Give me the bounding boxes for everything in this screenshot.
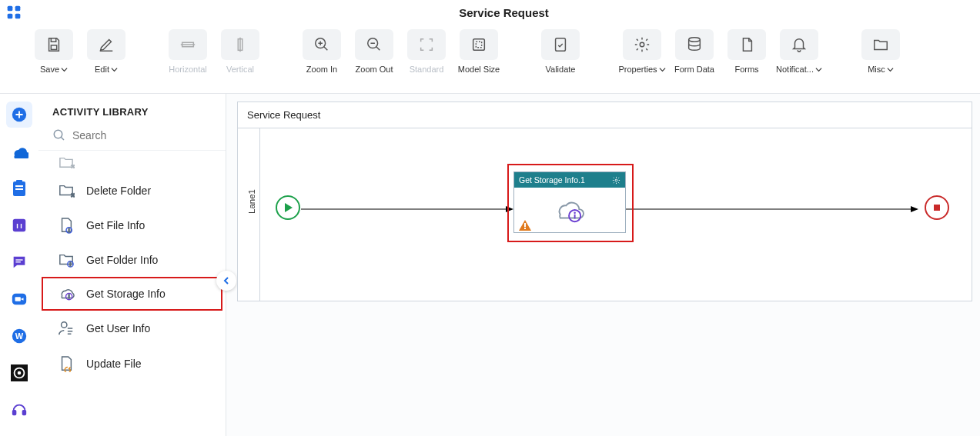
notifications-button[interactable]: Notificat...	[776, 29, 822, 74]
search-row	[38, 128, 226, 151]
zoom-in-button[interactable]: Zoom In	[299, 29, 345, 74]
rail-wordpress-icon[interactable]: W	[6, 323, 32, 349]
chevron-left-icon	[222, 276, 231, 285]
svg-rect-23	[15, 297, 21, 301]
end-node[interactable]	[924, 195, 950, 221]
align-vertical-button: Vertical	[217, 29, 263, 74]
svg-rect-1	[15, 6, 21, 12]
rail-chat-icon[interactable]	[6, 249, 32, 275]
form-data-button[interactable]: Form Data	[671, 29, 717, 74]
properties-button[interactable]: Properties	[619, 29, 665, 74]
chevron-down-icon	[815, 66, 822, 73]
svg-rect-2	[8, 14, 13, 19]
warning-icon	[519, 220, 531, 231]
align-vertical-icon	[221, 29, 259, 60]
svg-point-28	[18, 371, 22, 375]
apps-icon[interactable]	[0, 5, 28, 20]
rail-cloud-icon[interactable]	[6, 138, 32, 165]
misc-button[interactable]: Misc	[858, 29, 904, 74]
file-info-icon: i	[57, 217, 75, 234]
folder-delete-icon: ×	[57, 183, 75, 198]
activity-node[interactable]: Get Storage Info.1	[513, 171, 626, 233]
svg-rect-0	[8, 6, 13, 12]
svg-text:×: ×	[71, 163, 75, 169]
database-icon	[675, 29, 714, 60]
list-item-label: Get Folder Info	[86, 254, 158, 266]
chevron-down-icon	[111, 66, 118, 73]
activity-list: × × Delete Folder i Get File Info i Get …	[38, 151, 226, 384]
svg-rect-10	[556, 38, 566, 52]
svg-point-31	[54, 130, 62, 138]
list-item-label: Update File	[86, 358, 142, 370]
activity-get-folder-info[interactable]: i Get Folder Info	[42, 243, 222, 277]
sidebar-title: ACTIVITY LIBRARY	[38, 94, 226, 128]
forms-button[interactable]: Forms	[724, 29, 770, 74]
fit-screen-icon	[407, 29, 446, 60]
activity-delete-folder[interactable]: × Delete Folder	[42, 174, 222, 208]
gear-icon[interactable]	[612, 176, 620, 185]
activity-update-file[interactable]: Update File	[42, 346, 222, 381]
cloud-info-icon: i	[57, 286, 75, 301]
activity-get-user-info[interactable]: Get User Info	[42, 311, 222, 346]
svg-rect-17	[15, 188, 23, 190]
rail-add-button[interactable]	[6, 102, 32, 128]
connector-arrow	[626, 206, 918, 214]
folder-info-icon: i	[57, 252, 75, 268]
save-button[interactable]: Save	[31, 29, 77, 74]
chevron-down-icon	[659, 66, 666, 73]
rail-headset-icon[interactable]	[6, 397, 32, 423]
document-icon	[727, 29, 766, 60]
rail-target-icon[interactable]	[6, 360, 32, 386]
svg-rect-47	[524, 223, 526, 227]
chevron-down-icon	[61, 66, 68, 73]
zoom-in-icon	[303, 29, 341, 60]
list-item-label: Delete Folder	[86, 185, 151, 197]
svg-rect-3	[15, 14, 21, 19]
align-horizontal-icon	[169, 29, 207, 60]
sidebar-collapse-button[interactable]	[216, 271, 236, 291]
canvas-title: Service Request	[238, 102, 972, 128]
zoom-standard-button: Standard	[403, 29, 450, 74]
rail-clipboard-icon[interactable]	[6, 175, 32, 201]
svg-rect-16	[15, 185, 23, 187]
svg-text:I I: I I	[16, 222, 22, 230]
svg-point-43	[615, 179, 617, 181]
svg-rect-30	[23, 411, 26, 415]
search-icon	[52, 128, 66, 142]
file-update-icon	[57, 355, 75, 372]
svg-text:i: i	[69, 294, 70, 299]
zoom-out-button[interactable]: Zoom Out	[351, 29, 397, 74]
svg-text:×: ×	[71, 192, 75, 198]
model-size-button[interactable]: Model Size	[456, 29, 502, 74]
cloud-info-icon	[553, 197, 587, 225]
search-input[interactable]	[72, 129, 212, 141]
list-item-label: Get Storage Info	[86, 288, 166, 300]
lane-divider	[259, 128, 260, 301]
workflow-canvas[interactable]: Service Request Lane1 Get Storage Info.1	[237, 102, 972, 301]
chevron-down-icon	[887, 66, 894, 73]
pencil-icon	[87, 29, 125, 60]
activity-get-file-info[interactable]: i Get File Info	[42, 208, 222, 243]
svg-rect-46	[574, 215, 576, 219]
svg-text:W: W	[15, 331, 24, 341]
toolbar: Save Edit Horizontal Vertical Zoom In Zo…	[0, 25, 980, 94]
activity-get-storage-info[interactable]: i Get Storage Info	[42, 277, 222, 311]
left-rail: I I W	[0, 94, 38, 436]
expand-icon	[460, 29, 498, 60]
validate-button[interactable]: Validate	[537, 29, 584, 74]
rail-headers-icon[interactable]: I I	[6, 212, 32, 238]
bell-icon	[780, 29, 818, 60]
save-icon	[35, 29, 73, 60]
list-item-partial[interactable]: ×	[42, 154, 222, 174]
activity-sidebar: ACTIVITY LIBRARY × × Delete Folder i Get…	[38, 94, 226, 436]
activity-node-title: Get Storage Info.1	[519, 175, 585, 185]
svg-point-40	[62, 322, 67, 328]
rail-video-icon[interactable]	[6, 286, 32, 312]
svg-rect-21	[15, 261, 20, 262]
start-node[interactable]	[275, 195, 301, 221]
svg-rect-51	[934, 205, 940, 211]
folder-icon	[861, 29, 900, 60]
user-info-icon	[57, 320, 75, 337]
edit-button[interactable]: Edit	[83, 29, 129, 74]
svg-text:i: i	[69, 228, 70, 233]
